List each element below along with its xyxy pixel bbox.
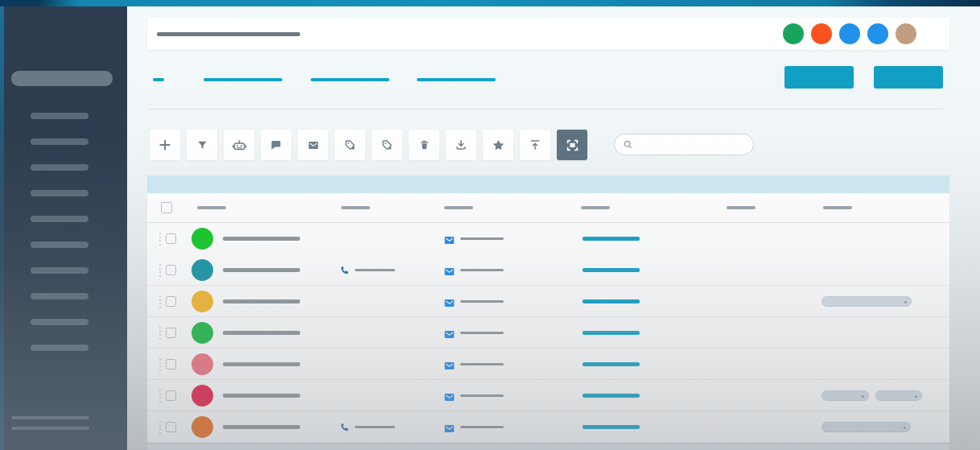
drag-handle-icon[interactable] (159, 295, 161, 308)
canvas-view-button[interactable] (557, 130, 587, 160)
table-row[interactable] (147, 380, 949, 411)
record-avatar (191, 291, 213, 312)
sidebar-edge-glow (0, 6, 4, 450)
pill-remove-dot[interactable] (904, 427, 906, 429)
tab-2[interactable] (311, 78, 389, 81)
pill-remove-dot[interactable] (862, 395, 864, 398)
phone-number-placeholder (355, 269, 395, 272)
status-pill[interactable] (821, 422, 911, 432)
header-divider (150, 109, 943, 109)
table-footer-strip (147, 444, 949, 450)
row-checkbox[interactable] (166, 265, 176, 275)
table-row[interactable] (147, 286, 949, 317)
record-link-placeholder[interactable] (583, 394, 640, 398)
tab-3[interactable] (417, 78, 496, 81)
drag-handle-icon[interactable] (159, 327, 161, 340)
record-link-placeholder[interactable] (583, 425, 640, 429)
user-avatar-green[interactable] (783, 23, 804, 44)
sidebar-item-placeholder[interactable] (31, 164, 89, 171)
drag-handle-icon[interactable] (159, 233, 161, 246)
sidebar-item-placeholder[interactable] (31, 345, 89, 351)
sidebar-item-placeholder[interactable] (31, 113, 89, 119)
record-link-placeholder[interactable] (583, 299, 640, 303)
pill-remove-dot[interactable] (904, 301, 907, 303)
drag-handle-icon[interactable] (159, 358, 161, 371)
download-button[interactable] (446, 130, 476, 160)
search-box[interactable] (614, 134, 754, 155)
drag-handle-icon[interactable] (159, 390, 161, 403)
phone-icon (340, 265, 350, 275)
table-body (147, 223, 949, 443)
mail-icon (443, 391, 456, 403)
record-name-placeholder (223, 394, 300, 398)
sidebar-item-placeholder[interactable] (31, 190, 89, 196)
main-content (127, 6, 980, 450)
mail-icon (443, 234, 456, 246)
search-input[interactable] (638, 140, 745, 150)
tab-1[interactable] (204, 78, 282, 81)
status-pill[interactable] (821, 390, 869, 401)
sidebar-item-placeholder[interactable] (31, 216, 89, 222)
row-checkbox[interactable] (166, 233, 176, 244)
bot-button[interactable] (224, 130, 254, 160)
column-header-placeholder (727, 206, 756, 209)
pill-remove-dot[interactable] (915, 395, 917, 398)
user-avatar-blue-2[interactable] (867, 23, 888, 44)
table-row[interactable] (147, 411, 949, 443)
status-pill[interactable] (821, 296, 912, 307)
logo-placeholder (11, 71, 113, 86)
toolbar (150, 130, 587, 160)
user-avatar-orange[interactable] (811, 23, 832, 44)
tag-badge-button[interactable] (372, 130, 402, 160)
user-avatar-tan[interactable] (896, 23, 916, 44)
table-row[interactable] (147, 349, 949, 380)
app-window (0, 0, 980, 450)
star-button[interactable] (483, 130, 513, 160)
sidebar-item-placeholder[interactable] (31, 242, 89, 248)
email-placeholder (460, 300, 504, 303)
record-link-placeholder[interactable] (583, 237, 640, 241)
sidebar-item-placeholder[interactable] (31, 267, 89, 274)
chat-button[interactable] (261, 130, 291, 160)
plus-button[interactable] (150, 130, 180, 160)
filter-button[interactable] (187, 130, 217, 160)
record-avatar (191, 385, 213, 407)
tab-indicator[interactable] (153, 78, 164, 81)
row-checkbox[interactable] (166, 390, 176, 401)
upload-button[interactable] (520, 130, 550, 160)
mail-icon (443, 423, 456, 435)
row-checkbox[interactable] (166, 422, 176, 432)
record-link-placeholder[interactable] (583, 362, 640, 366)
page-title-placeholder (157, 32, 300, 36)
select-all-checkbox[interactable] (161, 202, 172, 213)
tag-button[interactable] (335, 130, 365, 160)
table-header-row (147, 193, 949, 223)
record-name-placeholder (223, 299, 300, 303)
table-row[interactable] (147, 254, 949, 286)
record-name-placeholder (223, 237, 300, 241)
row-checkbox[interactable] (166, 328, 176, 338)
sidebar-item-placeholder[interactable] (31, 293, 89, 299)
status-pill[interactable] (875, 390, 922, 401)
row-checkbox[interactable] (166, 359, 176, 369)
primary-button-1[interactable] (784, 66, 854, 89)
trash-icon (418, 138, 430, 151)
record-link-placeholder[interactable] (583, 268, 640, 272)
bot-icon (232, 138, 247, 152)
user-avatar-blue-1[interactable] (839, 23, 860, 44)
sidebar-item-placeholder[interactable] (31, 319, 89, 325)
table-row[interactable] (147, 223, 949, 254)
record-link-placeholder[interactable] (583, 331, 640, 335)
trash-button[interactable] (409, 130, 439, 160)
mail-button[interactable] (298, 130, 328, 160)
drag-handle-icon[interactable] (159, 421, 161, 434)
primary-button-2[interactable] (874, 66, 943, 89)
drag-handle-icon[interactable] (159, 264, 161, 277)
record-name-placeholder (223, 362, 300, 366)
row-checkbox[interactable] (166, 296, 176, 307)
sidebar-item-placeholder[interactable] (31, 138, 89, 145)
mail-icon (443, 360, 456, 372)
table-row[interactable] (147, 317, 949, 349)
status-pills (821, 422, 911, 432)
tag-icon (344, 138, 356, 151)
